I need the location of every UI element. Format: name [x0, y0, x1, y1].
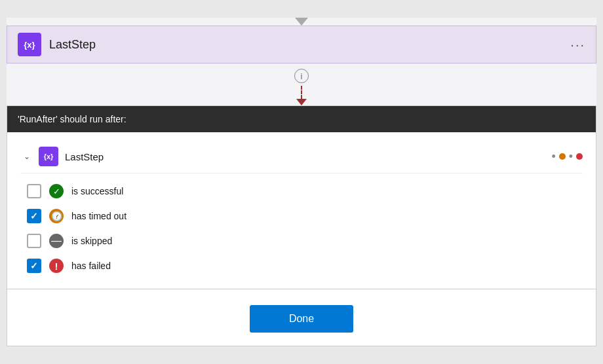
panel-body: ⌄ {x} LastStep • • ✓ is successf	[7, 132, 596, 289]
condition-item-failed: ✓ ! has failed	[27, 253, 583, 278]
run-after-panel: 'RunAfter' should run after: ⌄ {x} LastS…	[7, 105, 596, 289]
status-icon-skipped: —	[49, 234, 64, 248]
checkbox-timedout[interactable]: ✓	[27, 209, 41, 223]
dashed-arrow	[296, 86, 307, 105]
arrow-head	[296, 99, 307, 105]
status-icon-timedout: 🕜	[49, 209, 64, 223]
checkbox-successful[interactable]	[27, 184, 41, 198]
status-icon-failed: !	[49, 259, 64, 273]
condition-label-successful: is successful	[71, 186, 123, 196]
dashed-line	[301, 86, 302, 99]
checkbox-timedout-check: ✓	[30, 211, 38, 221]
header-step-icon: {x}	[18, 33, 41, 56]
info-icon: i	[294, 69, 309, 83]
done-button[interactable]: Done	[250, 305, 353, 333]
step-row: ⌄ {x} LastStep • •	[20, 143, 583, 173]
condition-item-skipped: — is skipped	[27, 228, 583, 253]
condition-item-successful: ✓ is successful	[27, 179, 583, 204]
top-arrow-indicator	[295, 18, 308, 26]
checkbox-failed[interactable]: ✓	[27, 259, 41, 273]
expand-chevron[interactable]: ⌄	[20, 150, 33, 163]
step-dots: • •	[551, 150, 583, 164]
condition-label-skipped: is skipped	[71, 236, 112, 246]
condition-item-timedout: ✓ 🕜 has timed out	[27, 204, 583, 228]
status-icon-successful: ✓	[49, 184, 64, 198]
done-area: Done	[7, 289, 596, 346]
step-name: LastStep	[65, 151, 551, 162]
checkbox-failed-check: ✓	[30, 261, 38, 271]
dot-separator2: •	[569, 150, 573, 164]
main-container: {x} LastStep ··· i 'RunAfter' should run…	[7, 18, 596, 346]
condition-label-timedout: has timed out	[71, 211, 126, 221]
header-bar: {x} LastStep ···	[7, 26, 596, 64]
step-icon: {x}	[39, 147, 58, 166]
header-title: LastStep	[49, 38, 570, 52]
info-row: i	[7, 64, 596, 105]
condition-list: ✓ is successful ✓ 🕜 has timed out — is s…	[20, 179, 583, 278]
dot-red	[576, 153, 583, 160]
dot-orange	[559, 153, 566, 160]
dot-separator: •	[551, 150, 555, 164]
panel-header: 'RunAfter' should run after:	[7, 106, 596, 132]
checkbox-skipped[interactable]	[27, 234, 41, 248]
condition-label-failed: has failed	[71, 261, 111, 271]
header-more-button[interactable]: ···	[570, 37, 585, 52]
